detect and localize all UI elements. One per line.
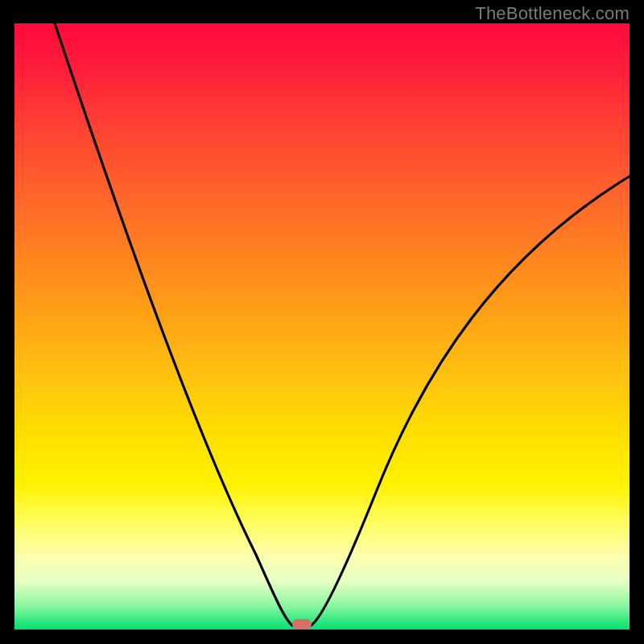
chart-frame: TheBottleneck.com <box>0 0 644 644</box>
bottleneck-curve <box>14 23 630 630</box>
curve-path <box>55 23 630 625</box>
optimum-marker <box>292 619 312 630</box>
watermark-text: TheBottleneck.com <box>475 3 630 24</box>
plot-area <box>14 23 630 630</box>
